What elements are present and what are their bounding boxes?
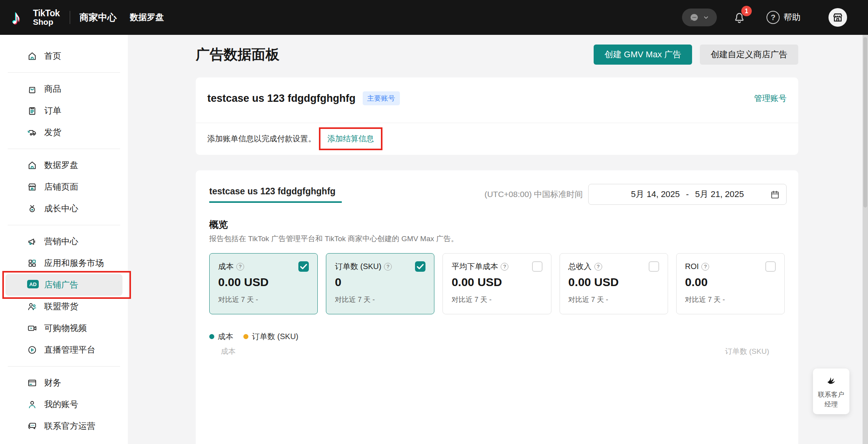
sidebar-item-finance[interactable]: 财务 [5,372,122,394]
metric-label: ROI [685,262,699,271]
metric-card-roi[interactable]: ROI ? 0.00 对比近 7 天 - [676,253,785,314]
metric-label: 平均下单成本 [451,261,498,272]
overview-title: 概览 [209,218,785,231]
header-divider [70,11,70,24]
metric-value: 0.00 [685,276,776,289]
sidebar-item-label: 联盟带货 [44,301,78,312]
metric-card-cost[interactable]: 成本 ? 0.00 USD 对比近 7 天 - [209,253,318,314]
metric-value: 0 [335,276,425,289]
brand-wordmark: TikTok Shop [33,9,60,26]
metric-checkbox[interactable] [765,261,776,272]
sidebar-item-label: 店铺广告 [44,279,78,291]
sidebar-divider [8,149,120,149]
legend-item-orders-sku: 订单数 (SKU) [243,331,298,342]
sidebar-item-label: 可购物视频 [44,322,87,334]
metric-compare: 对比近 7 天 - [568,295,659,304]
sidebar-item-affiliate[interactable]: 联盟带货 [5,296,122,317]
grid-icon [27,258,37,268]
chart-legend: 成本 订单数 (SKU) [209,331,785,342]
storefront-icon [832,12,844,23]
metric-label: 订单数 (SKU) [335,261,381,272]
report-card: testcase us 123 fdgdgfghghfg (UTC+08:00)… [196,170,798,444]
notifications-button[interactable]: 1 [732,10,746,24]
date-range-end: 5月 21, 2025 [695,189,744,200]
question-circle-icon: ? [766,11,780,24]
sidebar-item-home[interactable]: 首页 [5,45,122,67]
sidebar-item-live-platform[interactable]: 直播管理平台 [5,339,122,361]
sidebar-item-label: 直播管理平台 [44,344,95,356]
sidebar-item-marketing-center[interactable]: 营销中心 [5,231,122,252]
metric-card-orders-sku[interactable]: 订单数 (SKU) ? 0 对比近 7 天 - [326,253,434,314]
metric-card-total-revenue[interactable]: 总收入 ? 0.00 USD 对比近 7 天 - [560,253,668,314]
main-area: 广告数据面板 创建 GMV Max 广告 创建自定义商店广告 testcase … [128,35,863,444]
question-circle-icon[interactable]: ? [501,263,508,271]
manage-account-link[interactable]: 管理账号 [754,93,787,104]
page-scrollbar[interactable] [863,35,868,444]
sidebar-item-growth-center[interactable]: 成长中心 [5,198,122,219]
sidebar: 首页 商品 订单 发货 数据罗盘 店铺页面 成长中心 [0,35,128,444]
account-tab[interactable]: testcase us 123 fdgdgfghghfg [209,184,342,203]
metric-card-avg-order-cost[interactable]: 平均下单成本 ? 0.00 USD 对比近 7 天 - [443,253,551,314]
ad-icon: AD [27,280,37,290]
create-custom-shop-ad-button[interactable]: 创建自定义商店广告 [700,45,798,65]
sidebar-item-shop-ads[interactable]: AD 店铺广告 [5,274,122,296]
sidebar-item-label: 我的账号 [44,399,78,410]
top-header: ♪♪♪ TikTok Shop 商家中心 数据罗盘 1 ? 帮助 [0,0,868,35]
scrollbar-thumb[interactable] [863,37,867,207]
sidebar-item-contact-official[interactable]: 联系官方运营 [5,415,122,437]
question-circle-icon[interactable]: ? [236,263,244,271]
contact-account-manager-button[interactable]: 联系客户 经理 [813,369,849,414]
sidebar-item-data-compass[interactable]: 数据罗盘 [5,154,122,176]
metric-label: 总收入 [568,261,592,272]
metric-checkbox[interactable] [532,261,542,272]
sidebar-divider [8,366,120,367]
question-circle-icon[interactable]: ? [594,263,602,271]
overview-description: 报告包括在 TikTok 广告管理平台和 TikTok 商家中心创建的 GMV … [209,234,785,244]
sidebar-divider [8,225,120,225]
chat-bubble-icon [689,12,700,23]
sidebar-item-label: 数据罗盘 [44,159,78,171]
sidebar-item-label: 联系官方运营 [44,420,95,432]
shop-avatar[interactable] [828,8,847,27]
metric-value: 0.00 USD [568,276,659,289]
legend-item-cost: 成本 [209,331,233,342]
sidebar-item-products[interactable]: 商品 [5,78,122,100]
brand-block[interactable]: ♪♪♪ TikTok Shop 商家中心 数据罗盘 [0,6,164,29]
metric-checkbox[interactable] [649,261,659,272]
help-button[interactable]: ? 帮助 [766,11,801,24]
chat-menu-button[interactable] [682,9,717,26]
sidebar-item-label: 订单 [44,105,61,117]
video-camera-icon [27,323,37,333]
sidebar-item-app-market[interactable]: 应用和服务市场 [5,252,122,274]
date-range-start: 5月 14, 2025 [631,189,680,200]
legend-dot-orange [243,334,248,339]
sidebar-item-shop-page[interactable]: 店铺页面 [5,176,122,198]
storefront-icon [27,182,37,192]
nav-seller-center[interactable]: 商家中心 [79,11,117,24]
sidebar-item-my-account[interactable]: 我的账号 [5,394,122,415]
add-billing-info-link[interactable]: 添加结算信息 [327,134,374,144]
sidebar-item-label: 首页 [44,50,61,62]
user-icon [27,399,37,410]
timezone-label: (UTC+08:00) 中国标准时间 [484,189,583,200]
notification-badge: 1 [741,6,752,16]
question-circle-icon[interactable]: ? [701,263,709,271]
sidebar-item-shoppable-video[interactable]: 可购物视频 [5,317,122,339]
compass-home-icon [27,160,37,170]
create-gmv-max-ad-button[interactable]: 创建 GMV Max 广告 [594,45,692,65]
date-range-picker[interactable]: 5月 14, 2025 - 5月 21, 2025 [588,184,787,205]
metric-checkbox[interactable] [298,261,309,272]
nav-data-compass[interactable]: 数据罗盘 [130,12,164,23]
annotation-rectangle: 添加结算信息 [319,127,382,150]
account-card: testcase us 123 fdgdgfghghfg 主要账号 管理账号 添… [196,77,798,155]
billing-notice-text: 添加账单信息以完成付款设置。 [207,134,316,144]
legend-dot-teal [209,334,214,339]
brand-line2: Shop [33,18,60,26]
sidebar-item-shipping[interactable]: 发货 [5,122,122,143]
sidebar-item-label: 应用和服务市场 [44,257,104,269]
question-circle-icon[interactable]: ? [384,263,392,271]
home-icon [27,51,37,61]
sidebar-item-orders[interactable]: 订单 [5,100,122,122]
bird-icon [825,375,837,386]
metric-checkbox[interactable] [415,261,425,272]
